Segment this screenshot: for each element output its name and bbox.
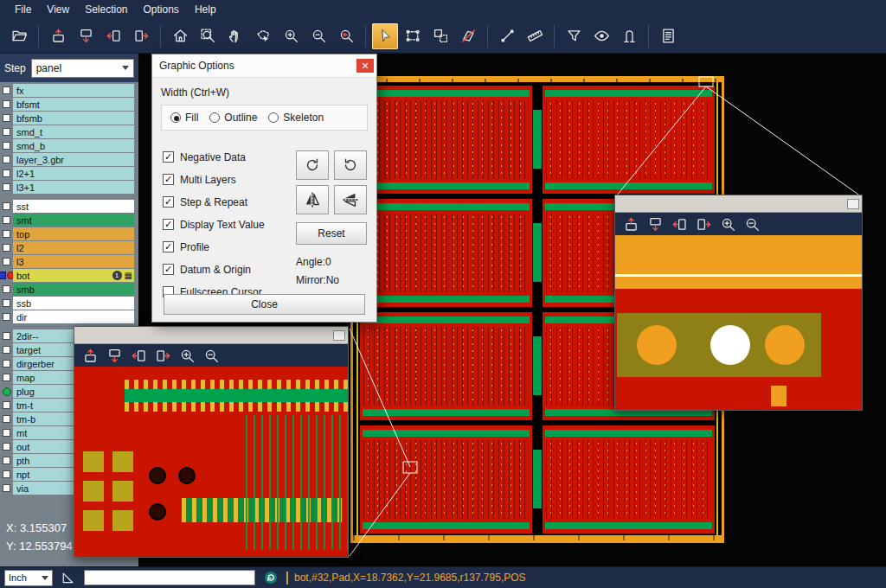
layer-checkbox[interactable]	[3, 374, 10, 381]
report-button[interactable]	[655, 23, 681, 49]
layer-name-cell[interactable]: bfsmb	[13, 112, 134, 125]
layer-name-cell[interactable]: smt	[13, 214, 134, 227]
import-bottom-button[interactable]	[103, 345, 125, 366]
zoom-previous-button[interactable]	[333, 23, 359, 49]
layer-checkbox[interactable]	[3, 457, 10, 464]
layer-checkbox[interactable]	[3, 415, 10, 423]
layer-row-l3+1[interactable]: l3+1	[0, 181, 138, 194]
checkbox-step-repeat[interactable]: ✓Step & Repeat	[163, 195, 265, 208]
layer-row-bfsmt[interactable]: bfsmt	[0, 98, 138, 111]
radio-outline[interactable]: Outline	[209, 112, 257, 124]
lasso-select-button[interactable]	[250, 23, 276, 49]
layer-checkbox[interactable]	[3, 299, 10, 307]
layer-name-cell[interactable]: sst	[13, 200, 134, 213]
checkbox-profile[interactable]: ✓Profile	[163, 240, 265, 253]
layer-checkbox[interactable]	[3, 443, 10, 451]
dialog-titlebar[interactable]: Graphic Options ✕	[152, 54, 376, 78]
rect-select-button[interactable]	[400, 23, 426, 49]
layer-name-cell[interactable]: l2	[13, 241, 134, 254]
menu-item-view[interactable]: View	[39, 2, 77, 17]
magnifier2-titlebar[interactable]	[615, 195, 862, 213]
layer-checkbox[interactable]	[3, 244, 10, 252]
menu-item-options[interactable]: Options	[136, 2, 187, 17]
zoom-out-button[interactable]	[200, 345, 222, 366]
import-top-button[interactable]	[79, 345, 101, 366]
layer-row-l2+1[interactable]: l2+1	[0, 167, 138, 180]
layer-name-cell[interactable]: ssb	[13, 297, 134, 310]
zoom-in-button[interactable]	[176, 345, 198, 366]
layer-row-fx[interactable]: fx	[0, 84, 138, 97]
import-left-button[interactable]	[668, 214, 690, 234]
checkbox-datum-origin[interactable]: ✓Datum & Origin	[163, 263, 265, 276]
layer-checkbox[interactable]	[3, 202, 10, 210]
layer-checkbox[interactable]	[3, 169, 10, 177]
layer-name-cell[interactable]: smd_b	[13, 139, 134, 152]
import-bottom-button[interactable]	[644, 214, 666, 234]
layer-row-l3[interactable]: l3	[0, 255, 138, 268]
layer-checkbox[interactable]	[3, 332, 10, 340]
menu-item-file[interactable]: File	[7, 2, 39, 17]
open-folder-button[interactable]	[6, 23, 32, 49]
layer-row-layer_3.gbr[interactable]: layer_3.gbr	[0, 153, 138, 166]
layer-checkbox[interactable]	[3, 346, 10, 354]
layer-checkbox[interactable]	[3, 313, 10, 321]
layer-checkbox[interactable]	[3, 429, 10, 437]
eye-button[interactable]	[588, 23, 614, 49]
line-tool-button[interactable]	[494, 23, 520, 49]
step-select-button[interactable]	[427, 23, 453, 49]
import-right-button[interactable]	[151, 345, 174, 366]
layer-name-cell[interactable]: layer_3.gbr	[13, 153, 134, 166]
magnifier-window-2[interactable]	[614, 195, 863, 411]
layer-checkbox[interactable]	[3, 484, 10, 492]
layer-checkbox[interactable]	[3, 100, 10, 108]
window-button-icon[interactable]	[333, 330, 345, 341]
layer-checkbox[interactable]	[3, 470, 10, 478]
layer-name-cell[interactable]: smb	[13, 283, 134, 296]
layer-row-top[interactable]: top	[0, 227, 138, 240]
home-button[interactable]	[167, 23, 193, 49]
checkbox-display-text-value[interactable]: ✓Display Text Value	[163, 218, 265, 231]
snap-button[interactable]	[616, 23, 642, 49]
filter-button[interactable]	[561, 23, 587, 49]
layer-checkbox[interactable]	[3, 216, 10, 224]
pan-hand-button[interactable]	[222, 23, 248, 49]
import-left-button[interactable]	[100, 23, 126, 49]
close-icon[interactable]: ✕	[356, 59, 374, 73]
mirror-tool-button[interactable]	[455, 23, 481, 49]
layer-checkbox[interactable]	[3, 258, 10, 265]
step-combo[interactable]: panel	[31, 59, 134, 78]
layer-row-smb[interactable]: smb	[0, 283, 138, 296]
pointer-select-button[interactable]	[372, 23, 398, 49]
magnifier-window-1[interactable]	[74, 326, 349, 558]
zoom-area-button[interactable]	[195, 23, 221, 49]
layer-name-cell[interactable]: smd_t	[13, 125, 134, 138]
magnifier1-titlebar[interactable]	[74, 327, 348, 344]
layer-name-cell[interactable]: l2+1	[13, 167, 134, 180]
layer-checkbox[interactable]	[3, 285, 10, 293]
layer-name-cell[interactable]: bot1▦	[13, 269, 134, 282]
layer-row-l2[interactable]: l2	[0, 241, 138, 254]
layer-name-cell[interactable]: top	[13, 227, 134, 240]
rotate-ccw-button[interactable]	[334, 150, 367, 180]
layer-name-cell[interactable]: fx	[13, 84, 134, 97]
unit-combo[interactable]: Inch	[4, 570, 53, 586]
reset-button[interactable]: Reset	[296, 222, 367, 245]
radio-fill[interactable]: Fill	[170, 112, 198, 124]
layer-row-bfsmb[interactable]: bfsmb	[0, 112, 138, 125]
layer-checkbox[interactable]	[3, 156, 10, 163]
mirror-v-button[interactable]	[334, 185, 367, 214]
layer-row-smd_b[interactable]: smd_b	[0, 139, 138, 152]
import-top-button[interactable]	[45, 23, 71, 49]
corner-measure-icon[interactable]	[59, 568, 78, 587]
import-right-button[interactable]	[128, 23, 154, 49]
import-left-button[interactable]	[127, 345, 150, 366]
layer-checkbox[interactable]	[3, 183, 10, 191]
command-input[interactable]	[84, 570, 255, 585]
layer-name-cell[interactable]: bfsmt	[13, 98, 134, 111]
menu-item-help[interactable]: Help	[187, 2, 224, 17]
zoom-in-button[interactable]	[716, 214, 739, 234]
checkbox-multi-layers[interactable]: ✓Multi Layers	[163, 173, 265, 186]
layer-checkbox[interactable]	[3, 128, 10, 136]
close-button[interactable]: Close	[164, 294, 365, 315]
layer-row-ssb[interactable]: ssb	[0, 297, 138, 310]
